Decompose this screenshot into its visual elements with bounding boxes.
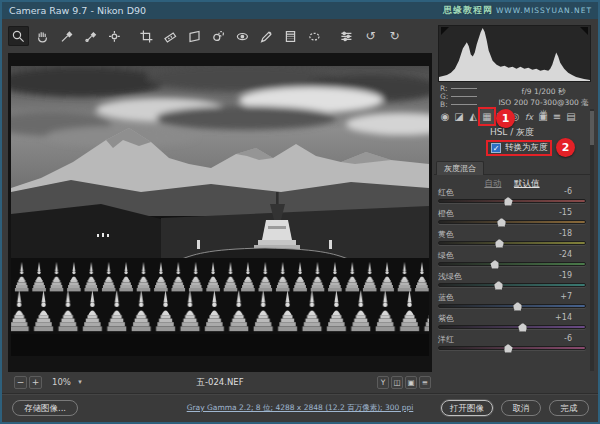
slider-orange-value[interactable]: -15 <box>559 208 572 218</box>
histogram-readouts: R: G: B: f/9 1/200 秒 ISO 200 70-300@300 … <box>438 85 591 109</box>
slider-aqua-track[interactable] <box>438 283 586 287</box>
grayscale-mix-tab[interactable]: 灰度混合 <box>436 161 484 175</box>
slider-aqua-thumb[interactable] <box>494 281 503 290</box>
slider-yellow-thumb[interactable] <box>495 239 504 248</box>
rgb-readout: R: G: B: <box>440 85 477 109</box>
preferences-icon[interactable] <box>336 26 357 46</box>
save-image-button[interactable]: 存储图像... <box>12 400 78 416</box>
cancel-button[interactable]: 取消 <box>501 400 541 416</box>
step1-highlight-box <box>478 107 496 126</box>
slider-purple-track[interactable] <box>438 325 586 329</box>
radial-filter-tool-icon[interactable] <box>304 26 325 46</box>
slider-magenta-value[interactable]: -6 <box>564 334 572 344</box>
slider-orange[interactable]: 橙色-15 <box>438 208 586 228</box>
white-balance-tool-icon[interactable] <box>56 26 77 46</box>
watermark-site-url: WWW.MISSYUAN.NET <box>496 6 592 15</box>
slider-red-value[interactable]: -6 <box>564 187 572 197</box>
straighten-tool-icon[interactable] <box>160 26 181 46</box>
slider-purple[interactable]: 紫色+14 <box>438 313 586 333</box>
targeted-adjustment-tool-icon[interactable] <box>104 26 125 46</box>
before-after-side-button[interactable]: ◫ <box>391 376 403 389</box>
slider-magenta-track[interactable] <box>438 346 586 350</box>
slider-blue-value[interactable]: +7 <box>560 292 572 302</box>
slider-aqua[interactable]: 浅绿色-19 <box>438 271 586 291</box>
r-value-dash <box>451 88 477 89</box>
slider-blue-track[interactable] <box>438 304 586 308</box>
tab-tone-curve[interactable]: ◪ <box>452 109 466 125</box>
slider-green-track[interactable] <box>438 262 586 266</box>
transform-tool-icon[interactable] <box>184 26 205 46</box>
slider-purple-thumb[interactable] <box>518 323 527 332</box>
image-preview-area[interactable] <box>8 53 432 372</box>
slider-orange-track[interactable] <box>438 220 586 224</box>
slider-red-thumb[interactable] <box>504 197 513 206</box>
highlight-clipping-icon[interactable] <box>580 27 588 35</box>
panel-scrollbar[interactable] <box>590 109 594 371</box>
slider-red-label: 红色 <box>438 187 454 197</box>
slider-red-track[interactable] <box>438 199 586 203</box>
panel-title: HSL / 灰度 <box>434 126 590 139</box>
open-image-button[interactable]: 打开图像 <box>441 400 493 416</box>
tab-effects[interactable]: fx <box>522 109 536 125</box>
before-after-split-button[interactable]: ▣ <box>405 376 417 389</box>
slider-yellow-label: 黄色 <box>438 229 454 239</box>
g-value-dash <box>451 96 477 97</box>
slider-magenta-label: 洋红 <box>438 334 454 344</box>
watermark-site-name: 思缘教程网 <box>443 5 493 15</box>
spot-removal-tool-icon[interactable] <box>208 26 229 46</box>
slider-yellow-track[interactable] <box>438 241 586 245</box>
done-button[interactable]: 完成 <box>549 400 589 416</box>
slider-green-thumb[interactable] <box>490 260 499 269</box>
photo-preview[interactable] <box>11 66 429 356</box>
step1-marker: 1 <box>496 109 515 128</box>
shadow-clipping-icon[interactable] <box>441 27 449 35</box>
subtab-strip: 灰度混合 <box>434 161 590 175</box>
slider-green-label: 绿色 <box>438 250 454 260</box>
window-title: Camera Raw 9.7 - Nikon D90 <box>9 5 146 16</box>
slider-aqua-label: 浅绿色 <box>438 271 462 281</box>
slider-blue-label: 蓝色 <box>438 292 454 302</box>
preview-status-bar: − + 10% ▾ 五-024.NEF Y ◫ ▣ ≡ <box>8 374 432 392</box>
slider-aqua-value[interactable]: -19 <box>559 271 572 281</box>
tab-basic[interactable]: ◉ <box>438 109 452 125</box>
toolbar: ↺ ↻ <box>8 23 432 49</box>
graduated-filter-tool-icon[interactable] <box>280 26 301 46</box>
slider-yellow-value[interactable]: -18 <box>559 229 572 239</box>
slider-green-value[interactable]: -24 <box>559 250 572 260</box>
slider-purple-value[interactable]: +14 <box>555 313 572 323</box>
slider-blue[interactable]: 蓝色+7 <box>438 292 586 312</box>
slider-yellow[interactable]: 黄色-18 <box>438 229 586 249</box>
b-value-dash <box>451 104 477 105</box>
watermark: 思缘教程网 WWW.MISSYUAN.NET <box>443 3 592 18</box>
tab-snapshots[interactable]: ▤ <box>564 109 578 125</box>
convert-grayscale-checkbox[interactable]: ✓ <box>491 143 501 153</box>
slider-magenta[interactable]: 洋红-6 <box>438 334 586 354</box>
slider-red[interactable]: 红色-6 <box>438 187 586 207</box>
slider-purple-label: 紫色 <box>438 313 454 323</box>
slider-blue-thumb[interactable] <box>513 302 522 311</box>
red-eye-tool-icon[interactable] <box>232 26 253 46</box>
color-sampler-tool-icon[interactable] <box>80 26 101 46</box>
title-bar: Camera Raw 9.7 - Nikon D90 思缘教程网 WWW.MIS… <box>2 2 598 19</box>
convert-grayscale-label: 转换为灰度 <box>505 142 548 154</box>
hand-tool-icon[interactable] <box>32 26 53 46</box>
preview-menu-button[interactable]: ≡ <box>419 376 431 389</box>
adjustment-brush-tool-icon[interactable] <box>256 26 277 46</box>
panel-scrollbar-thumb[interactable] <box>590 111 594 145</box>
crop-tool-icon[interactable] <box>136 26 157 46</box>
histogram[interactable] <box>438 25 591 82</box>
b-label: B: <box>440 100 448 109</box>
rotate-left-icon[interactable]: ↺ <box>360 26 381 46</box>
convert-to-grayscale-row[interactable]: ✓ 转换为灰度 <box>486 140 552 156</box>
camera-raw-dialog: Camera Raw 9.7 - Nikon D90 思缘教程网 WWW.MIS… <box>0 0 600 424</box>
workflow-options-link[interactable]: Gray Gamma 2.2; 8 位; 4288 x 2848 (12.2 百… <box>122 403 478 413</box>
rotate-right-icon[interactable]: ↻ <box>384 26 405 46</box>
slider-magenta-thumb[interactable] <box>504 344 513 353</box>
preview-toggle-button[interactable]: Y <box>377 376 389 389</box>
step2-marker: 2 <box>556 138 575 157</box>
slider-orange-thumb[interactable] <box>497 218 506 227</box>
slider-green[interactable]: 绿色-24 <box>438 250 586 270</box>
tab-camera-calibration[interactable]: ▣ <box>536 109 550 125</box>
tab-presets[interactable]: ≡ <box>550 109 564 125</box>
zoom-tool-icon[interactable] <box>8 26 29 46</box>
